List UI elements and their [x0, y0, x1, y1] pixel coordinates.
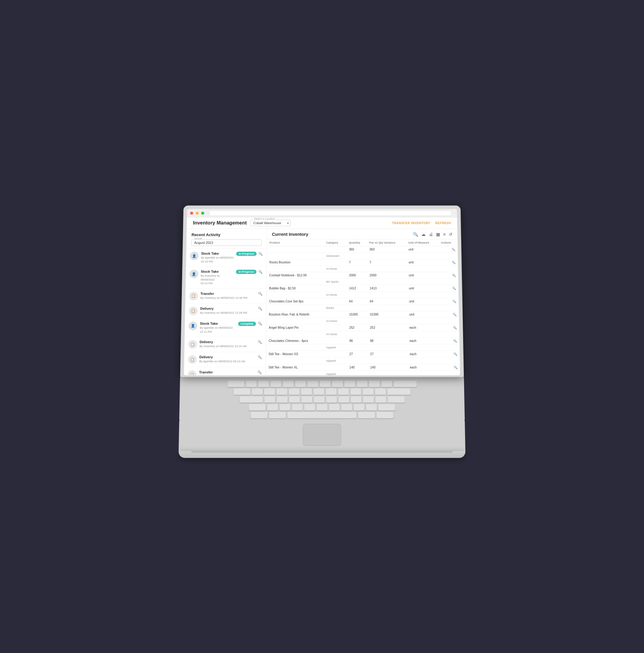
- key[interactable]: [316, 404, 328, 411]
- activity-item[interactable]: 📋TransferBy inventory on 08/08/2022 12:3…: [185, 289, 266, 304]
- key[interactable]: [258, 380, 269, 387]
- refresh-button[interactable]: REFRESH: [435, 221, 451, 224]
- cell-action[interactable]: 🔍: [440, 350, 460, 357]
- key[interactable]: [378, 404, 396, 411]
- key[interactable]: [292, 404, 303, 411]
- activity-item[interactable]: 👤Stock TakeBy tgamble on 08/08/2022 12:1…: [185, 319, 266, 337]
- table-row[interactable]: Chocolates Chimeres - 4pcs 98 98 each 🔍: [266, 338, 459, 344]
- grid-icon[interactable]: ▦: [436, 232, 440, 237]
- key[interactable]: [338, 396, 350, 403]
- filter-icon[interactable]: ≡: [443, 232, 446, 237]
- key[interactable]: [294, 380, 306, 387]
- location-select[interactable]: Cobalt Warehouse: [251, 220, 291, 226]
- key[interactable]: [353, 404, 365, 411]
- touchpad[interactable]: [303, 424, 341, 446]
- spacebar-key[interactable]: [287, 412, 357, 419]
- key[interactable]: [279, 404, 291, 411]
- table-row[interactable]: Rocks Bourbon 7 7 unit 🔍: [267, 259, 458, 266]
- cell-action[interactable]: 🔍: [438, 246, 458, 253]
- key[interactable]: [245, 380, 257, 387]
- key[interactable]: [301, 388, 312, 395]
- search-icon[interactable]: 🔍: [258, 307, 262, 310]
- refresh-icon[interactable]: ↺: [449, 232, 453, 237]
- key[interactable]: [233, 388, 251, 395]
- cell-action[interactable]: 🔍: [439, 285, 459, 292]
- cell-action[interactable]: 🔍: [439, 298, 459, 305]
- key[interactable]: [282, 380, 294, 387]
- search-icon[interactable]: 🔍: [258, 370, 262, 374]
- key[interactable]: [363, 388, 374, 395]
- key[interactable]: [326, 388, 337, 395]
- month-selector[interactable]: Month August 2022: [191, 240, 262, 246]
- key[interactable]: [358, 412, 375, 419]
- key[interactable]: [375, 396, 386, 403]
- cell-action[interactable]: 🔍: [438, 259, 458, 266]
- cell-action[interactable]: 🔍: [440, 338, 459, 344]
- table-row[interactable]: Bourbon Rise, Fall, & Rebirth 15395 1539…: [266, 311, 459, 318]
- key[interactable]: [252, 388, 263, 395]
- key[interactable]: [329, 404, 340, 411]
- activity-item[interactable]: 📋DeliveryBy inventory on 08/08/2022 12:2…: [185, 304, 266, 319]
- key[interactable]: [375, 388, 386, 395]
- key[interactable]: [276, 396, 288, 403]
- key[interactable]: [313, 388, 325, 395]
- key[interactable]: [248, 404, 266, 411]
- activity-item[interactable]: 📋DeliveryBy inventory on 08/08/2022 10:1…: [184, 337, 266, 352]
- key[interactable]: [313, 396, 325, 403]
- key[interactable]: [270, 380, 281, 387]
- print-icon[interactable]: 🖨: [429, 232, 433, 237]
- table-row[interactable]: Still Tee - Women XS 27 27 each 🔍: [266, 350, 460, 357]
- cell-action[interactable]: 🔍: [440, 364, 460, 371]
- key[interactable]: [381, 380, 392, 387]
- key[interactable]: [326, 396, 337, 403]
- table-row[interactable]: Bubble Bag - $2.50 1413 1413 unit 🔍: [266, 285, 458, 292]
- cell-action[interactable]: 🔍: [439, 272, 458, 279]
- key[interactable]: [332, 380, 343, 387]
- key[interactable]: [264, 396, 276, 403]
- key[interactable]: [239, 396, 263, 403]
- key[interactable]: [366, 404, 377, 411]
- search-icon[interactable]: 🔍: [258, 270, 263, 274]
- activity-item[interactable]: 👤Stock TakeBy inventory on 08/09/2022 02…: [186, 267, 266, 289]
- key[interactable]: [368, 380, 380, 387]
- key[interactable]: [363, 396, 374, 403]
- key[interactable]: [227, 380, 245, 387]
- table-row[interactable]: 360 360 unit 🔍: [267, 246, 458, 253]
- table-row[interactable]: Still Tee - Women XL 140 140 each 🔍: [266, 364, 460, 371]
- key[interactable]: [376, 412, 394, 419]
- key[interactable]: [251, 412, 268, 419]
- key[interactable]: [344, 380, 356, 387]
- key[interactable]: [350, 388, 362, 395]
- search-icon[interactable]: 🔍: [258, 340, 262, 344]
- search-icon[interactable]: 🔍: [258, 322, 262, 326]
- activity-item[interactable]: 📋TransferBy inventory on 08/07/2022 11:3…: [184, 367, 266, 375]
- key[interactable]: [264, 388, 276, 395]
- key[interactable]: [387, 388, 411, 395]
- cell-action[interactable]: 🔍: [439, 311, 459, 318]
- location-selector[interactable]: Select a Location Cobalt Warehouse ▾: [251, 220, 291, 226]
- search-icon[interactable]: 🔍: [258, 252, 263, 256]
- key[interactable]: [319, 380, 331, 387]
- key[interactable]: [288, 396, 300, 403]
- key[interactable]: [276, 388, 288, 395]
- cloud-icon[interactable]: ☁: [421, 232, 426, 237]
- key[interactable]: [307, 380, 318, 387]
- key[interactable]: [387, 396, 405, 403]
- search-icon[interactable]: 🔍: [413, 232, 418, 237]
- key[interactable]: [269, 412, 286, 419]
- activity-item[interactable]: 👤Stock TakeBy tgamble on 08/09/2022 02:1…: [186, 249, 266, 267]
- key[interactable]: [351, 396, 362, 403]
- transfer-inventory-button[interactable]: TRANSFER INVENTORY: [392, 221, 430, 224]
- key[interactable]: [341, 404, 352, 411]
- key[interactable]: [304, 404, 315, 411]
- cell-action[interactable]: 🔍: [440, 324, 459, 331]
- search-icon[interactable]: 🔍: [258, 292, 263, 296]
- table-row[interactable]: Cocktail Notebook - $12.00 2000 2000 uni…: [267, 272, 458, 279]
- key[interactable]: [338, 388, 349, 395]
- key[interactable]: [393, 380, 417, 387]
- key[interactable]: [288, 388, 300, 395]
- key[interactable]: [356, 380, 368, 387]
- key[interactable]: [267, 404, 278, 411]
- table-row[interactable]: Chocolates Core Set 8pc 64 64 unit 🔍: [266, 298, 459, 305]
- month-select[interactable]: August 2022: [191, 240, 262, 246]
